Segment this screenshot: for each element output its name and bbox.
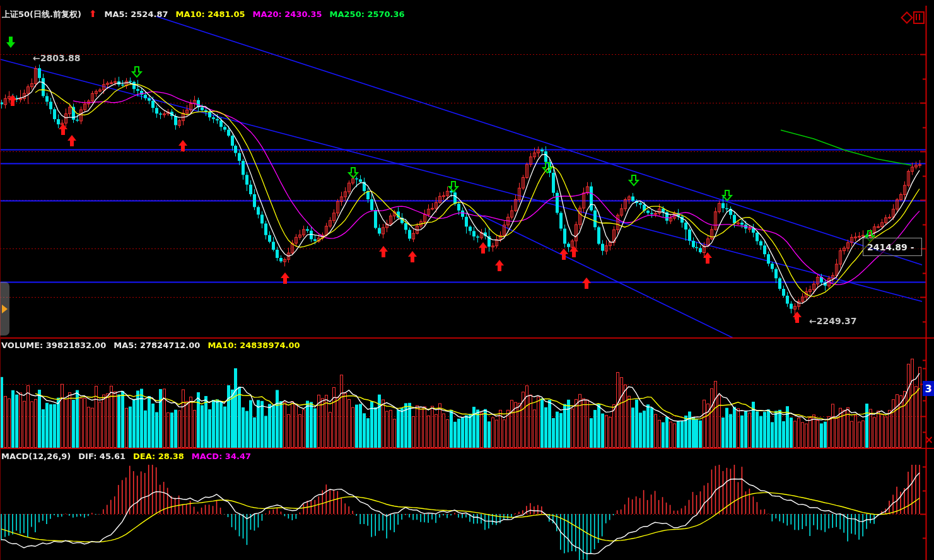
volume-value: VOLUME: 39821832.00 — [1, 341, 106, 350]
close-icon[interactable]: × — [925, 433, 933, 446]
last-price-label: 2414.89 - — [867, 242, 914, 252]
ma20-value: MA20: 2430.35 — [253, 9, 322, 19]
volume-axis-badge: 3 — [923, 381, 934, 396]
macd-value: MACD: 34.47 — [192, 452, 251, 461]
ma250-value: MA250: 2570.36 — [330, 9, 405, 19]
main-chart-header: 上证50(日线.前复权)⬆MA5: 2524.87MA10: 2481.05MA… — [2, 8, 412, 20]
sidebar-slide-tab[interactable] — [0, 282, 9, 335]
dif-value: DIF: 45.61 — [78, 452, 126, 461]
volume-header: VOLUME: 39821832.00MA5: 27824712.00MA10:… — [1, 341, 308, 350]
chart-canvas[interactable] — [0, 0, 934, 560]
volume-ma10-value: MA10: 24838974.00 — [207, 341, 300, 350]
ma5-value: MA5: 2524.87 — [105, 9, 168, 19]
dea-value: DEA: 28.38 — [133, 452, 184, 461]
expand-arrow-icon — [2, 305, 8, 313]
last-price-callout: 2414.89 - — [863, 238, 922, 256]
up-arrow-icon: ⬆ — [89, 8, 97, 20]
ma10-value: MA10: 2481.05 — [175, 9, 245, 19]
low-price-label: ←2249.37 — [809, 316, 857, 326]
high-price-label: ←2803.88 — [33, 53, 81, 63]
chart-title: 上证50(日线.前复权) — [2, 9, 81, 19]
chart-application: 上证50(日线.前复权)⬆MA5: 2524.87MA10: 2481.05MA… — [0, 0, 934, 560]
volume-ma5-value: MA5: 27824712.00 — [114, 341, 200, 350]
kline-window-icon[interactable] — [913, 11, 925, 24]
macd-header: MACD(12,26,9)DIF: 45.61DEA: 28.38MACD: 3… — [1, 452, 259, 461]
macd-name: MACD(12,26,9) — [1, 452, 71, 461]
